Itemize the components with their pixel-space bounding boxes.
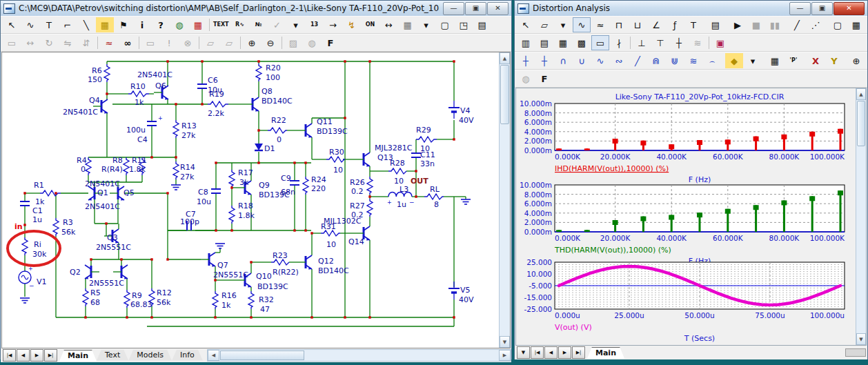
component-label[interactable]: 68n xyxy=(281,188,295,197)
measure-horizontal-mode[interactable]: ⊓ xyxy=(610,17,628,32)
restore-button[interactable]: ▣ xyxy=(465,2,486,15)
scroll-up-icon[interactable]: ▲ xyxy=(856,88,866,100)
x-scale-button[interactable]: X xyxy=(807,53,825,68)
component-label[interactable]: 2N5551C xyxy=(96,243,131,252)
component-label[interactable]: R24 xyxy=(311,175,326,184)
resistor-symbol[interactable] xyxy=(104,64,110,82)
component-label[interactable]: R5 xyxy=(90,288,101,297)
component-label[interactable]: 1k xyxy=(135,98,144,107)
component-label[interactable]: 27k xyxy=(181,131,196,140)
component-label[interactable]: C11 xyxy=(420,150,435,159)
component-label[interactable]: Q11 xyxy=(317,117,333,126)
component-label[interactable]: 68 xyxy=(90,298,100,307)
numeric-output-button[interactable]: ▦ xyxy=(766,53,784,68)
capacitor-symbol[interactable] xyxy=(411,153,421,157)
envelope-top-button[interactable]: ⌢ xyxy=(703,53,721,68)
component-label[interactable]: Q14 xyxy=(348,237,364,246)
run-button[interactable]: ▶ xyxy=(729,17,747,32)
page-nav-button[interactable]: ▶ xyxy=(30,349,43,362)
node-label[interactable]: OUT xyxy=(411,177,428,186)
page-nav-button[interactable]: ◀ xyxy=(17,349,30,362)
component-label[interactable]: C4 xyxy=(137,135,148,144)
go-to-peak-button[interactable]: ∩ xyxy=(554,53,572,68)
component-label[interactable]: Q6 xyxy=(155,81,166,90)
capacitor-symbol[interactable] xyxy=(20,201,30,206)
component-label[interactable]: R17 xyxy=(238,168,253,177)
component-label[interactable]: Q8 xyxy=(262,87,273,96)
battery-symbol[interactable] xyxy=(448,101,460,119)
tab-main[interactable]: Main xyxy=(59,350,97,362)
component-label[interactable]: 10 xyxy=(326,240,336,249)
polyline-mode[interactable]: ⋰ xyxy=(807,17,825,32)
border-toggle[interactable]: ▢ xyxy=(436,17,454,32)
transistor-symbol[interactable] xyxy=(201,253,215,267)
component-label[interactable]: R13 xyxy=(181,121,197,130)
scroll-left-icon[interactable]: ◀ xyxy=(208,350,219,361)
component-label[interactable]: R1 xyxy=(34,181,44,190)
series-label[interactable]: IHD(HARM(V(out)),10000) (%) xyxy=(555,164,669,173)
envelope-bottom-button[interactable]: ≋ xyxy=(684,53,702,68)
component-label[interactable]: Q9 xyxy=(259,181,270,190)
component-label[interactable]: 1u xyxy=(397,200,406,209)
go-to-high-button[interactable]: ∿ xyxy=(591,53,609,68)
transistor-symbol[interactable] xyxy=(244,97,259,112)
component-label[interactable]: 100u xyxy=(126,126,146,135)
component-label[interactable]: 0 xyxy=(277,135,282,144)
select-tool[interactable]: ↖ xyxy=(517,17,535,32)
component-label[interactable]: R28 xyxy=(390,159,405,168)
transistor-symbol[interactable] xyxy=(113,265,128,279)
component-label[interactable]: 0.2 xyxy=(351,187,364,196)
resistor-symbol[interactable] xyxy=(424,194,444,199)
properties-button[interactable]: ▤ xyxy=(473,17,491,32)
grid-both-button[interactable]: ▦ xyxy=(554,35,572,50)
resistor-symbol[interactable] xyxy=(83,288,88,306)
component-label[interactable]: R18 xyxy=(238,201,253,210)
wire-ortho-mode[interactable]: ⌐ xyxy=(59,17,77,32)
component-label[interactable]: 30k xyxy=(32,250,47,259)
resistor-symbol[interactable] xyxy=(367,177,373,195)
dropdown-arrow-icon[interactable]: ▾ xyxy=(287,17,305,32)
component-label[interactable]: V4 xyxy=(460,106,471,115)
close-button[interactable]: ✕ xyxy=(487,2,509,15)
component-label[interactable]: 0 xyxy=(81,165,86,174)
grid-dropdown-icon[interactable]: ▾ xyxy=(417,17,435,32)
component-label[interactable]: 1.8k xyxy=(129,165,146,174)
component-label[interactable]: 47 xyxy=(260,305,270,314)
component-label[interactable]: BD139C xyxy=(317,127,348,136)
component-label[interactable]: 2N5401C xyxy=(85,179,120,188)
component-label[interactable]: 100p xyxy=(180,217,199,226)
line-mode[interactable]: ╱ xyxy=(788,17,806,32)
capacitor-symbol[interactable] xyxy=(290,181,299,185)
line-mode[interactable]: ╲ xyxy=(77,17,95,32)
component-label[interactable]: 8 xyxy=(434,200,439,209)
title-block-toggle[interactable]: ◳ xyxy=(455,17,473,32)
component-label[interactable]: BD140C xyxy=(318,266,349,275)
dropdown-arrow-icon[interactable]: ▾ xyxy=(744,53,762,68)
minimize-button[interactable]: — xyxy=(443,2,464,15)
page-nav-button[interactable]: |◀ xyxy=(3,349,16,362)
go-to-valley-button[interactable]: ∪ xyxy=(573,53,591,68)
ground-symbol[interactable] xyxy=(215,244,225,248)
component-label[interactable]: R3 xyxy=(63,218,73,227)
component-label[interactable]: C9 xyxy=(281,174,291,183)
tab-info[interactable]: Info xyxy=(172,350,203,361)
resistor-symbol[interactable] xyxy=(256,63,262,81)
transistor-symbol[interactable] xyxy=(110,186,124,201)
condition-display-toggle[interactable]: ON xyxy=(362,17,379,32)
component-label[interactable]: 100 xyxy=(266,73,280,82)
grid-toggle[interactable]: ▦ xyxy=(399,17,417,32)
component-label[interactable]: R9 xyxy=(132,291,142,300)
resistor-symbol[interactable] xyxy=(229,170,235,188)
go-to-global-low-button[interactable]: ⋓ xyxy=(666,53,684,68)
go-to-global-high-button[interactable]: ⋒ xyxy=(647,53,665,68)
diode-symbol[interactable] xyxy=(255,144,263,150)
component-label[interactable]: 1.8k xyxy=(238,211,255,220)
component-label[interactable]: 27k xyxy=(180,172,195,181)
resistor-symbol[interactable] xyxy=(326,157,344,162)
series-label[interactable]: V(out) (V) xyxy=(555,323,592,332)
graphics-menu[interactable]: ▱ xyxy=(535,17,553,32)
wire-mode[interactable]: ∿ xyxy=(21,17,39,32)
component-label[interactable]: R(R22) xyxy=(273,268,299,277)
help-mode[interactable]: ? xyxy=(152,17,170,32)
component-label[interactable]: R8 xyxy=(112,156,123,165)
